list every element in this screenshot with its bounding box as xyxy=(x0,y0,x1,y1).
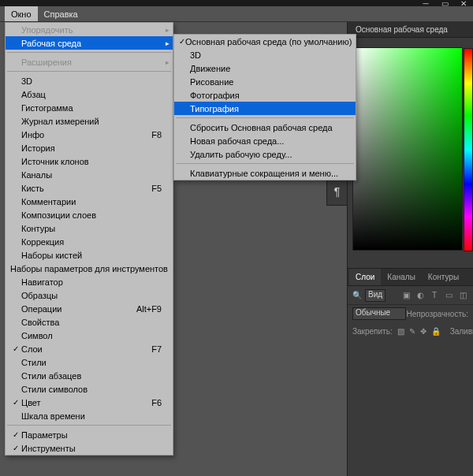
menu-item-label: Комментарии xyxy=(21,197,155,206)
menu-help[interactable]: Справка xyxy=(38,6,84,21)
lock-fill-row: Закрепить: ▨ ✎ ✥ 🔒 Заливка: xyxy=(348,322,473,340)
menu-item-label: Параметры xyxy=(21,430,162,440)
window-controls: ─ ▭ ✕ xyxy=(416,0,473,8)
workspace-action[interactable]: Удалить рабочую среду... xyxy=(174,147,356,161)
menu-item-shortcut: F7 xyxy=(151,344,162,354)
menu-item[interactable]: КистьF5 xyxy=(6,181,173,195)
menu-item-label: Основная рабочая среда (по умолчанию) xyxy=(185,37,352,46)
blend-opacity-row: Обычные Непрозрачность: xyxy=(348,305,473,322)
hue-slider[interactable] xyxy=(464,48,473,251)
menu-window[interactable]: Окно xyxy=(5,6,38,21)
menu-item-label: Шкала времени xyxy=(21,411,155,421)
workspace-action[interactable]: Новая рабочая среда... xyxy=(174,134,356,147)
paragraph-panel-tab[interactable]: ¶ xyxy=(326,177,347,206)
filter-adjustment-icon[interactable]: ◐ xyxy=(415,290,426,301)
menu-item-label: Контуры xyxy=(21,224,155,233)
menu-item-label: Расширения xyxy=(21,58,162,67)
app-root: ─ ▭ ✕ Окно Справка Упорядочить ▸ Рабочая… xyxy=(0,0,473,476)
menu-item[interactable]: Стили символов xyxy=(6,382,173,396)
menu-item-label: Стили символов xyxy=(21,385,155,394)
workspace-item[interactable]: 3D xyxy=(174,48,356,61)
lock-brush-icon[interactable]: ✎ xyxy=(409,325,415,337)
menu-item-label: Навигатор xyxy=(21,277,155,287)
close-button[interactable]: ✕ xyxy=(454,0,473,8)
tab-layers[interactable]: Слои xyxy=(349,269,381,285)
menu-item[interactable]: ✓Инструменты xyxy=(6,441,173,455)
layer-filter-select[interactable]: Вид xyxy=(365,289,385,302)
tab-paths[interactable]: Контуры xyxy=(422,269,465,285)
menu-item-label: Операции xyxy=(21,304,130,314)
menu-item-extensions[interactable]: Расширения ▸ xyxy=(6,55,173,69)
menu-item[interactable]: Навигатор xyxy=(6,275,173,288)
menu-item[interactable]: ОперацииAlt+F9 xyxy=(6,302,173,315)
menu-item-workspace[interactable]: Рабочая среда ▸ xyxy=(6,36,173,50)
filter-type-icon[interactable]: T xyxy=(429,290,440,301)
menu-item-label: Наборы параметров для инструментов xyxy=(10,264,168,273)
workspace-item[interactable]: Типография xyxy=(174,102,356,115)
menu-item-label: Гистограмма xyxy=(21,103,155,113)
menu-item[interactable]: Символ xyxy=(6,329,173,342)
menu-item-label: Фотография xyxy=(190,91,345,100)
workspace-switcher-bar: Основная рабочая среда xyxy=(348,22,473,38)
blend-mode-select[interactable]: Обычные xyxy=(352,307,406,320)
menu-item-shortcut: Alt+F9 xyxy=(136,304,162,314)
menu-item[interactable]: Гистограмма xyxy=(6,101,173,114)
filter-image-icon[interactable]: ▣ xyxy=(400,290,412,301)
color-field[interactable] xyxy=(352,47,463,251)
lock-label: Закрепить: xyxy=(352,327,393,336)
menu-item[interactable]: Образцы xyxy=(6,288,173,302)
menu-item[interactable]: Свойства xyxy=(6,315,173,329)
menu-item[interactable]: Коррекция xyxy=(6,235,173,248)
menu-item-label: Сбросить Основная рабочая среда xyxy=(190,123,345,132)
workspace-item[interactable]: Движение xyxy=(174,61,356,75)
menu-item[interactable]: Композиции слоев xyxy=(6,208,173,221)
menu-item-label: Символ xyxy=(21,331,155,340)
menu-item[interactable]: Каналы xyxy=(6,168,173,181)
lock-pixels-icon[interactable]: ▨ xyxy=(397,325,404,337)
menu-item[interactable]: Источник клонов xyxy=(6,154,173,168)
menu-item-arrange[interactable]: Упорядочить ▸ xyxy=(6,23,173,36)
menu-item-label: Источник клонов xyxy=(21,157,155,166)
menu-item[interactable]: Шкала времени xyxy=(6,409,173,422)
menu-item[interactable]: ✓Параметры xyxy=(6,428,173,441)
menu-separator xyxy=(7,425,171,426)
menu-item[interactable]: Наборы кистей xyxy=(6,248,173,262)
menu-item-shortcut: F5 xyxy=(151,184,162,193)
menu-item[interactable]: Журнал измерений xyxy=(6,114,173,128)
menu-item[interactable]: ИнфоF8 xyxy=(6,128,173,141)
layers-panel: Слои Каналы Контуры 🔍 Вид ▣ ◐ T ▭ ◫ Обыч… xyxy=(348,268,473,476)
menu-item[interactable]: Стили абзацев xyxy=(6,369,173,382)
lock-all-icon[interactable]: 🔒 xyxy=(431,325,441,337)
menu-item[interactable]: ✓ЦветF6 xyxy=(6,396,173,409)
menu-item[interactable]: Контуры xyxy=(6,221,173,235)
menu-item[interactable]: 3D xyxy=(6,74,173,87)
menu-item[interactable]: ✓СлоиF7 xyxy=(6,342,173,355)
workspace-action[interactable]: Сбросить Основная рабочая среда xyxy=(174,121,356,134)
menu-item-label: Композиции слоев xyxy=(21,210,155,220)
workspace-switcher[interactable]: Основная рабочая среда xyxy=(352,22,451,37)
fill-label: Заливка: xyxy=(450,327,473,336)
menu-item-label: Коррекция xyxy=(21,237,155,247)
opacity-label: Непрозрачность: xyxy=(406,310,468,318)
maximize-button[interactable]: ▭ xyxy=(435,0,454,8)
workspace-keyboard-menu[interactable]: Клавиатурные сокращения и меню... xyxy=(174,166,356,180)
menu-item-label: Рисование xyxy=(190,77,345,87)
filter-smart-icon[interactable]: ◫ xyxy=(457,290,468,301)
filter-shape-icon[interactable]: ▭ xyxy=(443,290,454,301)
workspace-item[interactable]: Рисование xyxy=(174,75,356,88)
menu-item[interactable]: Комментарии xyxy=(6,195,173,208)
tab-channels[interactable]: Каналы xyxy=(381,269,422,285)
workspace-submenu: ✓Основная рабочая среда (по умолчанию)3D… xyxy=(173,34,356,180)
layer-filter-row: 🔍 Вид ▣ ◐ T ▭ ◫ xyxy=(348,286,473,305)
menu-item[interactable]: Стили xyxy=(6,355,173,369)
menu-item-label: Слои xyxy=(21,344,145,354)
minimize-button[interactable]: ─ xyxy=(416,0,435,8)
menu-item[interactable]: История xyxy=(6,141,173,154)
menu-item[interactable]: Абзац xyxy=(6,87,173,101)
lock-position-icon[interactable]: ✥ xyxy=(420,325,426,337)
check-icon: ✓ xyxy=(179,37,185,46)
menu-item[interactable]: Наборы параметров для инструментов xyxy=(6,262,173,275)
menu-item-label: Образцы xyxy=(21,291,155,300)
workspace-item[interactable]: ✓Основная рабочая среда (по умолчанию) xyxy=(174,35,356,48)
workspace-item[interactable]: Фотография xyxy=(174,88,356,102)
